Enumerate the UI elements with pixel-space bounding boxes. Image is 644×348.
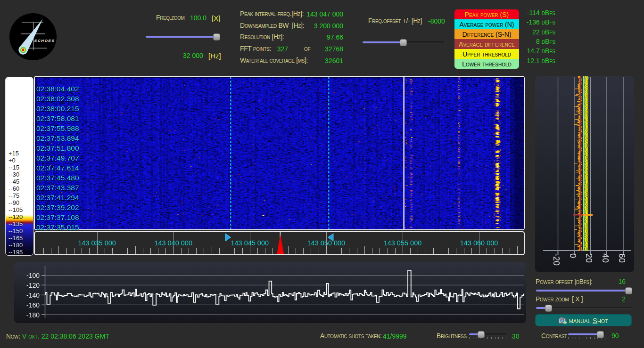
svg-text:ECHOES: ECHOES <box>34 39 55 43</box>
